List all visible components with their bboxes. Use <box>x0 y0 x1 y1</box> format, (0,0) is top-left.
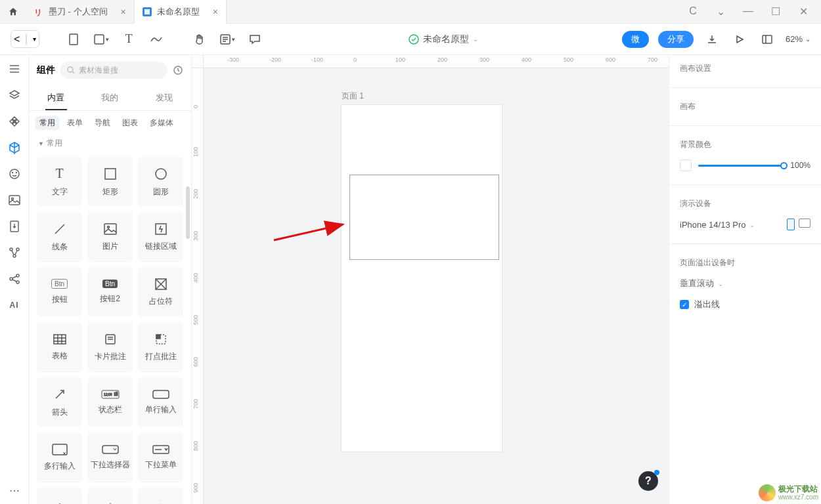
svg-rect-17 <box>9 196 20 205</box>
refresh-icon[interactable]: C <box>687 5 699 18</box>
svg-line-48 <box>56 390 64 398</box>
export-icon[interactable] <box>7 219 22 234</box>
annotation-arrow-top <box>192 121 277 180</box>
outline-icon[interactable] <box>7 62 22 76</box>
image-icon[interactable] <box>7 193 22 207</box>
play-icon[interactable] <box>730 30 749 49</box>
components-icon[interactable] <box>7 140 22 155</box>
scroll-select[interactable]: 垂直滚动⌄ <box>680 278 810 289</box>
shape-icon[interactable]: ▾ <box>92 30 110 49</box>
svg-point-23 <box>10 278 12 280</box>
panel-toggle-icon[interactable] <box>758 30 776 49</box>
watermark: 极光下载站 www.xz7.com <box>759 484 818 501</box>
svg-rect-47 <box>156 335 160 339</box>
comp-button[interactable]: Btn按钮 <box>37 267 82 317</box>
landscape-icon[interactable] <box>799 219 810 228</box>
tree-icon[interactable] <box>7 245 22 260</box>
help-button[interactable]: ? <box>638 471 658 491</box>
cat-nav[interactable]: 导航 <box>91 116 114 130</box>
svg-point-33 <box>107 226 109 228</box>
close-icon[interactable]: × <box>121 7 126 17</box>
maximize-icon[interactable]: ☐ <box>770 5 782 18</box>
browser-tab-1[interactable]: リ 墨刀 - 个人空间 × <box>26 0 135 24</box>
comp-line[interactable]: 线条 <box>37 212 82 262</box>
emoji-icon[interactable] <box>7 167 22 181</box>
comp-placeholder[interactable]: 占位符 <box>138 267 183 317</box>
comp-textarea[interactable]: 多行输入 <box>37 432 82 482</box>
svg-point-24 <box>16 274 19 277</box>
zoom-control[interactable]: 62%⌄ <box>786 34 810 44</box>
note-icon[interactable]: ▾ <box>218 30 236 49</box>
text-icon[interactable]: T <box>120 30 138 49</box>
search-placeholder: 素材海量搜 <box>79 65 118 76</box>
portrait-icon[interactable] <box>787 219 795 230</box>
svg-point-21 <box>16 248 19 251</box>
connector-icon[interactable] <box>147 30 166 49</box>
tab-builtin[interactable]: 内置 <box>29 85 83 110</box>
close-window-icon[interactable]: ✕ <box>797 5 809 18</box>
comp-link-region[interactable]: 链接区域 <box>138 212 183 262</box>
comp-dropdown[interactable]: 下拉菜单 <box>138 432 183 482</box>
section-header[interactable]: ▼常用 <box>29 135 191 152</box>
canvas[interactable]: -300 -200 -100 0 100 200 300 400 500 600… <box>192 55 669 504</box>
comp-dot-note[interactable]: 打点批注 <box>138 322 183 372</box>
artboard[interactable] <box>342 105 502 452</box>
overflow-line-checkbox[interactable]: ✓ <box>680 300 689 309</box>
comp-image[interactable]: 图片 <box>87 212 133 262</box>
comp-table[interactable]: 表格 <box>37 322 82 372</box>
comp-text[interactable]: T文字 <box>37 157 82 207</box>
device-select[interactable]: iPhone 14/13 Pro⌄ <box>680 220 755 230</box>
comp-rect[interactable]: 矩形 <box>87 157 133 207</box>
share-button[interactable]: 分享 <box>658 31 694 48</box>
back-icon[interactable]: < <box>14 33 20 45</box>
download-icon[interactable] <box>703 30 721 49</box>
color-swatch[interactable] <box>680 159 692 171</box>
cat-common[interactable]: 常用 <box>35 116 59 130</box>
bg-opacity-slider[interactable]: 100% <box>680 159 810 171</box>
chevron-down-icon[interactable]: ▾ <box>33 35 36 43</box>
comp-circle[interactable]: 圆形 <box>138 157 183 207</box>
panel-scrollbar[interactable] <box>186 186 190 239</box>
component-panel: 组件 素材海量搜 内置 我的 发现 常用 表单 导航 图表 多媒体 ▼常用 T文… <box>29 55 192 504</box>
comment-icon[interactable] <box>246 30 264 49</box>
comp-button2[interactable]: Btn按钮2 <box>87 267 133 317</box>
document-title-area[interactable]: 未命名原型 ⌄ <box>273 33 613 45</box>
tab-discover[interactable]: 发现 <box>137 85 191 110</box>
tab-mine[interactable]: 我的 <box>83 85 137 110</box>
comp-triangle[interactable] <box>138 488 183 504</box>
cat-chart[interactable]: 图表 <box>118 116 142 130</box>
wei-button[interactable]: 微 <box>622 31 649 48</box>
chevron-down-icon[interactable]: ⌄ <box>473 35 478 43</box>
more-icon[interactable]: ⋯ <box>7 483 22 497</box>
comp-arrow[interactable]: 箭头 <box>37 377 82 427</box>
dropdown-icon[interactable]: ⌄ <box>715 5 726 18</box>
hand-icon[interactable] <box>190 30 209 49</box>
annotation-arrow-1 <box>192 131 271 177</box>
comp-hexagon[interactable] <box>37 488 82 504</box>
comp-input[interactable]: 单行输入 <box>138 377 183 427</box>
back-button-group[interactable]: < ｜ ▾ <box>11 30 39 48</box>
search-input[interactable]: 素材海量搜 <box>60 62 167 79</box>
minimize-icon[interactable]: — <box>742 5 754 18</box>
comp-card-note[interactable]: 卡片批注 <box>87 322 133 372</box>
share-nodes-icon[interactable] <box>7 272 22 286</box>
svg-point-26 <box>68 67 73 72</box>
comp-select[interactable]: 下拉选择器 <box>87 432 133 482</box>
close-icon[interactable]: × <box>213 7 218 17</box>
history-icon[interactable] <box>173 65 183 75</box>
browser-tab-2[interactable]: 未命名原型 × <box>135 0 227 24</box>
comp-star[interactable] <box>87 488 133 504</box>
selection-rect[interactable] <box>349 175 499 260</box>
page-icon[interactable] <box>64 30 83 49</box>
cat-form[interactable]: 表单 <box>63 116 87 130</box>
document-title: 未命名原型 <box>423 33 469 45</box>
orientation-icons[interactable] <box>787 219 810 230</box>
grid-icon[interactable] <box>7 114 22 129</box>
layers-icon[interactable] <box>7 88 22 102</box>
ai-icon[interactable]: AI <box>7 298 22 312</box>
home-icon[interactable] <box>0 7 26 17</box>
cat-media[interactable]: 多媒体 <box>146 116 177 130</box>
overflow-label: 页面溢出设备时 <box>680 257 810 268</box>
page-label[interactable]: 页面 1 <box>342 91 364 102</box>
comp-statusbar[interactable]: 12:00状态栏 <box>87 377 133 427</box>
